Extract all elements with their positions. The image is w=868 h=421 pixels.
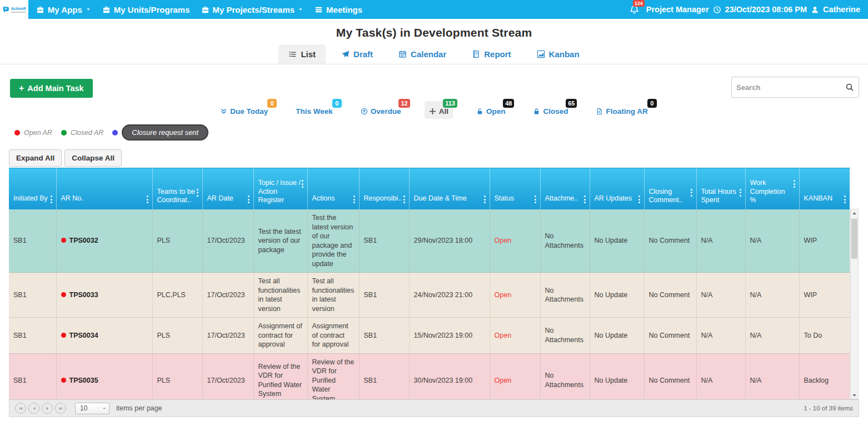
collapse-all-button[interactable]: Collapse All [64,149,122,167]
legend-dot [14,130,20,136]
notifications-button[interactable]: 124 [630,5,639,14]
column-header-work-completion[interactable]: Work Completion % [745,168,799,209]
nav-item-my-units-programs[interactable]: My Units/Programs [102,5,190,14]
caret-down-icon [298,7,303,12]
column-header-responsibi[interactable]: Responsibi.. [359,168,409,209]
nav-item-my-projects-streams[interactable]: My Projects/Streams [201,5,304,14]
add-main-task-button[interactable]: + Add Main Task [10,79,93,98]
column-menu-icon[interactable] [583,194,586,204]
first-page-button[interactable] [15,403,26,414]
prev-page-button[interactable] [28,403,39,414]
column-header-actions[interactable]: Actions [307,168,359,209]
list-icon [288,50,297,58]
datetime-label: 23/Oct/2023 08:06 PM [725,5,807,14]
file-icon [596,108,603,115]
column-menu-icon[interactable] [793,179,796,189]
briefcase-icon [36,6,44,14]
content-panel: + Add Main Task Due Today0This Week0Over… [0,64,868,417]
book-icon [472,50,480,58]
tab-kanban[interactable]: Kanban [527,44,590,64]
table-row[interactable]: SB1TPS0033PLC,PLS17/Oct/2023Test all fun… [9,273,850,318]
items-per-page-label: items per page [116,404,162,412]
unlock-icon [476,108,483,115]
column-menu-icon[interactable] [690,188,693,198]
chevrons-down-icon [220,108,227,115]
column-header-status[interactable]: Status [490,168,540,209]
tab-report[interactable]: Report [462,44,521,64]
next-page-button[interactable] [42,403,53,414]
column-header-ar-no[interactable]: AR No. [56,168,152,209]
table-row[interactable]: SB1TPS0032PLS17/Oct/2023Test the latest … [9,209,850,273]
column-header-total-hours-spent[interactable]: Total Hours Spent [696,168,745,209]
filter-open[interactable]: Open48 [472,101,510,119]
filter-count-badge: 113 [443,99,457,108]
column-menu-icon[interactable] [638,194,641,204]
column-header-topic-issue-action-register[interactable]: Topic / Issue / Action Register [253,168,307,209]
column-menu-icon[interactable] [247,194,250,204]
move-icon [429,108,436,115]
search-input[interactable] [736,83,845,92]
column-menu-icon[interactable] [534,194,537,204]
open-ar-dot [61,378,66,383]
legend-item-closure-request-sent: Closure request sent [112,124,208,141]
nav-item-my-apps[interactable]: My Apps [36,5,91,14]
select-caret-icon [102,406,107,411]
app-root: ActionR My AppsMy Units/ProgramsMy Proje… [0,0,868,417]
main-menu: My AppsMy Units/ProgramsMy Projects/Stre… [36,5,362,14]
top-nav: ActionR My AppsMy Units/ProgramsMy Proje… [0,0,868,19]
filter-floating-ar[interactable]: Floating AR0 [591,101,652,119]
expand-collapse-controls: Expand All Collapse All [9,149,859,167]
column-header-teams-to-be-coordinat[interactable]: Teams to be Coordinat.. [152,168,202,209]
filter-count-badge: 65 [566,99,577,108]
expand-all-button[interactable]: Expand All [9,149,62,167]
user-name[interactable]: Catherine [823,5,860,14]
nav-item-meetings[interactable]: Meetings [315,5,362,14]
scrollbar-thumb[interactable] [851,219,857,259]
search-icon[interactable] [845,83,854,92]
filter-count-badge: 0 [267,99,277,108]
tab-list[interactable]: List [278,44,326,64]
lock-icon [533,108,540,115]
column-header-attachme[interactable]: Attachme.. [540,168,590,209]
chat-logo-icon [2,6,10,13]
page-range-label: 1 - 10 of 39 items [804,405,853,412]
column-menu-icon[interactable] [483,194,486,204]
calendar-icon [398,50,407,58]
filter-all[interactable]: All113 [425,101,453,119]
filter-this-week[interactable]: This Week0 [291,101,337,119]
column-header-due-date-time[interactable]: Due Date & Time [409,168,490,209]
column-menu-icon[interactable] [301,179,304,189]
table-row[interactable]: SB1TPS0035PLS17/Oct/2023Review of the VD… [9,353,850,399]
scroll-down-icon[interactable] [852,391,857,399]
page-title: My Task(s) in Development Stream [0,26,868,39]
status-cell: Open [490,273,540,318]
column-header-ar-updates[interactable]: AR Updates [590,168,644,209]
column-header-kanban[interactable]: KANBAN [799,168,850,209]
table-row[interactable]: SB1TPS0034PLS17/Oct/2023Assignment of co… [9,318,850,354]
column-menu-icon[interactable] [196,188,199,198]
column-header-ar-date[interactable]: AR Date [202,168,253,209]
scroll-up-icon[interactable] [852,209,857,217]
filter-closed[interactable]: Closed65 [528,101,572,119]
overdue-icon [361,108,368,115]
filter-overdue[interactable]: Overdue12 [356,101,406,119]
open-ar-dot [61,292,66,297]
app-logo[interactable]: ActionR [0,0,28,19]
column-header-initiated-by[interactable]: Initiated By [9,168,56,209]
page-size-select[interactable]: 10 [75,403,109,414]
table-scrollbar[interactable] [850,209,859,399]
last-page-button[interactable] [55,403,66,414]
column-menu-icon[interactable] [403,194,406,204]
column-menu-icon[interactable] [844,194,846,204]
status-cell: Open [490,318,540,354]
column-menu-icon[interactable] [739,188,742,198]
tab-calendar[interactable]: Calendar [388,44,456,64]
tab-draft[interactable]: Draft [331,44,383,64]
caret-down-icon [86,7,91,12]
legend-pill: Closure request sent [122,124,208,141]
column-menu-icon[interactable] [50,194,53,204]
filter-due-today[interactable]: Due Today0 [216,101,272,119]
column-header-closing-comment[interactable]: Closing Comment.. [644,168,696,209]
column-menu-icon[interactable] [146,194,149,204]
column-menu-icon[interactable] [353,194,356,204]
